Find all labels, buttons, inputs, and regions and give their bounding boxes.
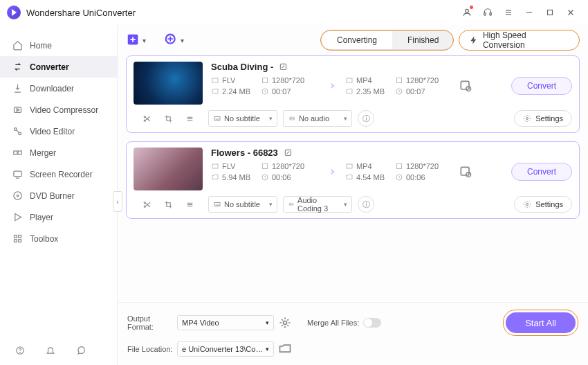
tab-finished[interactable]: Finished [392,31,453,49]
maximize-icon[interactable] [542,5,558,20]
add-file-button[interactable]: ▾ [126,33,146,48]
minimize-icon[interactable] [522,5,537,20]
svg-rect-55 [397,164,402,169]
svg-rect-34 [397,78,402,83]
edit-icon[interactable] [284,148,293,158]
svg-rect-15 [14,151,17,154]
out-size: 2.35 MB [345,87,395,96]
open-folder-icon[interactable] [278,342,292,356]
high-speed-toggle[interactable]: High Speed Conversion [459,30,580,51]
out-duration: 00:06 [395,173,452,181]
trim-icon[interactable] [143,200,151,209]
svg-rect-31 [212,78,218,82]
chevron-down-icon: ▾ [266,346,269,353]
add-url-button[interactable]: ▾ [164,33,184,48]
sidebar-item-label: Converter [30,62,69,72]
svg-rect-35 [461,81,469,89]
sidebar-item-merger[interactable]: Merger [0,142,117,163]
collapse-sidebar-button[interactable]: ‹ [113,191,122,212]
svg-point-72 [284,321,287,325]
start-all-button[interactable]: Start All [506,312,576,333]
out-format: MP4 [345,76,395,84]
account-icon[interactable] [459,5,475,20]
svg-point-40 [144,120,145,121]
more-icon[interactable] [185,200,194,209]
file-location-dropdown[interactable]: e UniConverter 13\Converted▾ [177,341,274,357]
subtitle-dropdown[interactable]: No subtitle▾ [208,196,277,213]
status-tabs: Converting Finished [321,30,453,50]
chevron-down-icon: ▾ [181,37,184,44]
svg-marker-21 [15,214,21,221]
arrow-right-icon [324,78,339,94]
main-panel: ▾ ▾ Converting Finished High Speed Conve… [118,25,588,365]
info-button[interactable]: ⓘ [358,196,374,213]
file-thumbnail[interactable] [134,62,203,105]
sidebar-item-compressor[interactable]: Video Compressor [0,99,117,121]
file-card: Scuba Diving - FLV 1280*720 MP4 1280*720… [126,55,580,133]
svg-rect-17 [14,171,21,177]
close-icon[interactable] [563,5,578,20]
sidebar-item-downloader[interactable]: Downloader [0,78,117,99]
more-icon[interactable] [185,114,194,123]
convert-button[interactable]: Convert [511,163,572,181]
crop-icon[interactable] [164,200,173,209]
sidebar-item-dvd[interactable]: DVD Burner [0,185,117,206]
svg-point-19 [14,192,21,199]
out-format: MP4 [345,162,395,170]
chevron-down-icon: ▾ [143,37,146,44]
crop-icon[interactable] [164,114,173,123]
arrow-right-icon [324,164,339,179]
app-logo-icon [7,6,21,19]
sidebar-item-player[interactable]: Player [0,206,117,228]
audio-dropdown[interactable]: Audio Coding 3▾ [283,196,352,213]
output-settings-icon[interactable] [459,165,472,179]
svg-point-20 [17,195,19,197]
settings-button[interactable]: Settings [514,110,572,127]
sidebar-item-recorder[interactable]: Screen Recorder [0,163,117,185]
sidebar-item-home[interactable]: Home [0,35,117,56]
svg-rect-33 [347,78,352,82]
bell-icon[interactable] [43,343,58,358]
in-resolution: 1280*720 [261,162,318,170]
sidebar-item-converter[interactable]: Converter [0,56,117,78]
svg-rect-25 [19,240,21,242]
in-format: FLV [211,76,261,84]
output-format-dropdown[interactable]: MP4 Video▾ [177,315,274,330]
in-resolution: 1280*720 [261,76,318,84]
output-settings-icon[interactable] [278,316,292,330]
edit-icon[interactable] [279,62,288,72]
svg-rect-44 [214,117,220,121]
output-format-label: Output Format: [127,314,177,331]
sidebar-item-label: Home [30,41,52,51]
svg-rect-54 [347,164,352,168]
subtitle-dropdown[interactable]: No subtitle▾ [208,110,277,127]
titlebar: Wondershare UniConverter [0,0,588,25]
info-button[interactable]: ⓘ [358,110,374,127]
out-size: 4.54 MB [345,173,395,181]
help-icon[interactable] [12,343,28,358]
feedback-icon[interactable] [73,343,89,358]
sidebar-item-label: Toolbox [30,234,58,244]
sidebar-item-label: Player [30,213,53,222]
settings-button[interactable]: Settings [514,196,572,213]
convert-button[interactable]: Convert [511,77,572,95]
merge-toggle[interactable] [363,318,381,328]
tab-converting[interactable]: Converting [322,31,392,49]
svg-rect-22 [15,235,17,238]
file-thumbnail[interactable] [134,148,203,190]
in-size: 2.24 MB [211,87,261,96]
sidebar-item-toolbox[interactable]: Toolbox [0,228,117,249]
trim-icon[interactable] [143,114,151,123]
headset-icon[interactable] [480,5,495,20]
svg-line-14 [17,130,19,133]
sidebar-item-editor[interactable]: Video Editor [0,121,117,142]
sidebar-item-label: Screen Recorder [30,170,93,179]
out-duration: 00:07 [395,87,452,96]
audio-dropdown[interactable]: No audio▾ [283,110,352,127]
svg-point-60 [144,202,145,203]
output-settings-icon[interactable] [459,79,472,93]
menu-icon[interactable] [501,5,516,20]
footer: Output Format: MP4 Video▾ Merge All File… [118,302,588,365]
in-size: 5.94 MB [211,173,261,181]
file-title: Scuba Diving - [211,62,273,72]
